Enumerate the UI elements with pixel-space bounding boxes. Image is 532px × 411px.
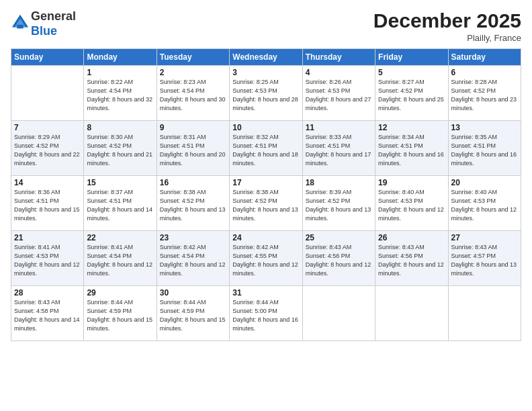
day-cell: 22Sunrise: 8:41 AMSunset: 4:54 PMDayligh… xyxy=(84,231,157,286)
day-info: Sunrise: 8:43 AMSunset: 4:57 PMDaylight:… xyxy=(451,243,518,278)
day-number: 21 xyxy=(14,233,81,242)
day-cell xyxy=(11,66,84,121)
day-cell: 23Sunrise: 8:42 AMSunset: 4:54 PMDayligh… xyxy=(157,231,229,286)
day-number: 9 xyxy=(160,123,226,132)
day-info: Sunrise: 8:31 AMSunset: 4:51 PMDaylight:… xyxy=(160,133,226,168)
weekday-friday: Friday xyxy=(375,49,448,66)
day-number: 4 xyxy=(306,68,372,77)
day-info: Sunrise: 8:43 AMSunset: 4:56 PMDaylight:… xyxy=(306,243,372,278)
day-number: 2 xyxy=(160,68,226,77)
day-number: 7 xyxy=(14,123,81,132)
day-info: Sunrise: 8:43 AMSunset: 4:58 PMDaylight:… xyxy=(14,298,81,333)
day-info: Sunrise: 8:30 AMSunset: 4:52 PMDaylight:… xyxy=(87,133,153,168)
logo-icon xyxy=(11,13,30,32)
weekday-thursday: Thursday xyxy=(302,49,375,66)
calendar-table: SundayMondayTuesdayWednesdayThursdayFrid… xyxy=(11,48,521,341)
day-number: 13 xyxy=(451,123,518,132)
day-cell: 30Sunrise: 8:44 AMSunset: 4:59 PMDayligh… xyxy=(157,286,229,341)
weekday-saturday: Saturday xyxy=(448,49,521,66)
page: General Blue December 2025 Plailly, Fran… xyxy=(0,0,532,411)
day-cell: 2Sunrise: 8:23 AMSunset: 4:54 PMDaylight… xyxy=(157,66,229,121)
day-info: Sunrise: 8:38 AMSunset: 4:52 PMDaylight:… xyxy=(160,188,226,223)
day-number: 27 xyxy=(451,233,518,242)
day-cell: 27Sunrise: 8:43 AMSunset: 4:57 PMDayligh… xyxy=(448,231,521,286)
month-title: December 2025 xyxy=(373,9,521,32)
day-info: Sunrise: 8:44 AMSunset: 4:59 PMDaylight:… xyxy=(87,298,153,333)
day-cell: 5Sunrise: 8:27 AMSunset: 4:52 PMDaylight… xyxy=(375,66,448,121)
day-info: Sunrise: 8:27 AMSunset: 4:52 PMDaylight:… xyxy=(378,78,445,113)
week-row-1: 1Sunrise: 8:22 AMSunset: 4:54 PMDaylight… xyxy=(11,66,521,121)
day-cell: 3Sunrise: 8:25 AMSunset: 4:53 PMDaylight… xyxy=(230,66,302,121)
day-number: 18 xyxy=(306,178,372,187)
day-cell: 29Sunrise: 8:44 AMSunset: 4:59 PMDayligh… xyxy=(84,286,157,341)
day-number: 15 xyxy=(87,178,153,187)
day-info: Sunrise: 8:41 AMSunset: 4:53 PMDaylight:… xyxy=(14,243,81,278)
day-cell xyxy=(302,286,375,341)
day-info: Sunrise: 8:43 AMSunset: 4:56 PMDaylight:… xyxy=(378,243,445,278)
day-number: 20 xyxy=(451,178,518,187)
day-cell: 15Sunrise: 8:37 AMSunset: 4:51 PMDayligh… xyxy=(84,176,157,231)
day-cell: 20Sunrise: 8:40 AMSunset: 4:53 PMDayligh… xyxy=(448,176,521,231)
day-cell: 10Sunrise: 8:32 AMSunset: 4:51 PMDayligh… xyxy=(230,121,302,176)
day-cell: 31Sunrise: 8:44 AMSunset: 5:00 PMDayligh… xyxy=(230,286,302,341)
day-number: 8 xyxy=(87,123,153,132)
logo-general: General xyxy=(31,9,76,23)
day-number: 5 xyxy=(378,68,445,77)
day-cell xyxy=(375,286,448,341)
day-info: Sunrise: 8:40 AMSunset: 4:53 PMDaylight:… xyxy=(451,188,518,223)
day-cell: 25Sunrise: 8:43 AMSunset: 4:56 PMDayligh… xyxy=(302,231,375,286)
location: Plailly, France xyxy=(373,33,521,43)
day-info: Sunrise: 8:42 AMSunset: 4:54 PMDaylight:… xyxy=(160,243,226,278)
day-cell: 21Sunrise: 8:41 AMSunset: 4:53 PMDayligh… xyxy=(11,231,84,286)
day-number: 11 xyxy=(306,123,372,132)
weekday-sunday: Sunday xyxy=(11,49,84,66)
day-number: 26 xyxy=(378,233,445,242)
day-cell: 24Sunrise: 8:42 AMSunset: 4:55 PMDayligh… xyxy=(230,231,302,286)
day-number: 10 xyxy=(232,123,299,132)
day-info: Sunrise: 8:39 AMSunset: 4:52 PMDaylight:… xyxy=(306,188,372,223)
day-cell: 4Sunrise: 8:26 AMSunset: 4:53 PMDaylight… xyxy=(302,66,375,121)
day-number: 31 xyxy=(232,288,299,298)
day-number: 17 xyxy=(232,178,299,187)
day-cell: 26Sunrise: 8:43 AMSunset: 4:56 PMDayligh… xyxy=(375,231,448,286)
weekday-wednesday: Wednesday xyxy=(230,49,302,66)
weekday-header-row: SundayMondayTuesdayWednesdayThursdayFrid… xyxy=(11,49,521,66)
logo-blue: Blue xyxy=(31,24,57,38)
header: General Blue December 2025 Plailly, Fran… xyxy=(11,9,521,43)
day-info: Sunrise: 8:32 AMSunset: 4:51 PMDaylight:… xyxy=(232,133,299,168)
day-cell: 6Sunrise: 8:28 AMSunset: 4:52 PMDaylight… xyxy=(448,66,521,121)
day-cell: 16Sunrise: 8:38 AMSunset: 4:52 PMDayligh… xyxy=(157,176,229,231)
svg-rect-2 xyxy=(17,24,23,28)
day-info: Sunrise: 8:23 AMSunset: 4:54 PMDaylight:… xyxy=(160,78,226,113)
day-number: 12 xyxy=(378,123,445,132)
day-cell: 9Sunrise: 8:31 AMSunset: 4:51 PMDaylight… xyxy=(157,121,229,176)
day-cell: 12Sunrise: 8:34 AMSunset: 4:51 PMDayligh… xyxy=(375,121,448,176)
day-number: 14 xyxy=(14,178,81,187)
day-info: Sunrise: 8:37 AMSunset: 4:51 PMDaylight:… xyxy=(87,188,153,223)
logo-area: General Blue xyxy=(11,9,76,38)
title-area: December 2025 Plailly, France xyxy=(373,9,521,43)
day-cell: 11Sunrise: 8:33 AMSunset: 4:51 PMDayligh… xyxy=(302,121,375,176)
week-row-2: 7Sunrise: 8:29 AMSunset: 4:52 PMDaylight… xyxy=(11,121,521,176)
day-cell: 18Sunrise: 8:39 AMSunset: 4:52 PMDayligh… xyxy=(302,176,375,231)
day-info: Sunrise: 8:26 AMSunset: 4:53 PMDaylight:… xyxy=(306,78,372,113)
week-row-4: 21Sunrise: 8:41 AMSunset: 4:53 PMDayligh… xyxy=(11,231,521,286)
day-info: Sunrise: 8:41 AMSunset: 4:54 PMDaylight:… xyxy=(87,243,153,278)
day-info: Sunrise: 8:42 AMSunset: 4:55 PMDaylight:… xyxy=(232,243,299,278)
day-number: 30 xyxy=(160,288,226,298)
day-number: 29 xyxy=(87,288,153,298)
day-cell: 13Sunrise: 8:35 AMSunset: 4:51 PMDayligh… xyxy=(448,121,521,176)
weekday-tuesday: Tuesday xyxy=(157,49,229,66)
day-cell xyxy=(448,286,521,341)
day-cell: 17Sunrise: 8:38 AMSunset: 4:52 PMDayligh… xyxy=(230,176,302,231)
day-info: Sunrise: 8:44 AMSunset: 4:59 PMDaylight:… xyxy=(160,298,226,333)
day-number: 19 xyxy=(378,178,445,187)
day-info: Sunrise: 8:38 AMSunset: 4:52 PMDaylight:… xyxy=(232,188,299,223)
day-number: 28 xyxy=(14,288,81,298)
day-info: Sunrise: 8:40 AMSunset: 4:53 PMDaylight:… xyxy=(378,188,445,223)
week-row-5: 28Sunrise: 8:43 AMSunset: 4:58 PMDayligh… xyxy=(11,286,521,341)
weekday-monday: Monday xyxy=(84,49,157,66)
day-info: Sunrise: 8:33 AMSunset: 4:51 PMDaylight:… xyxy=(306,133,372,168)
day-info: Sunrise: 8:22 AMSunset: 4:54 PMDaylight:… xyxy=(87,78,153,113)
day-number: 22 xyxy=(87,233,153,242)
